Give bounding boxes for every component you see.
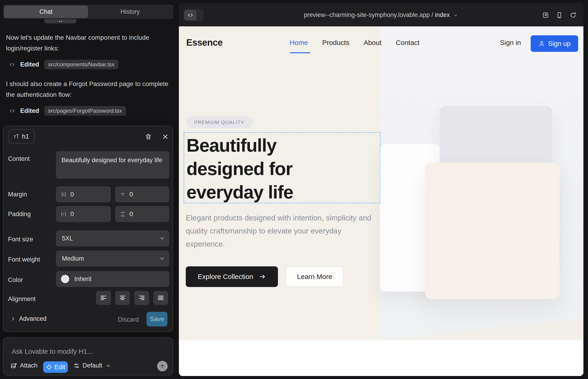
element-tag: h1 [22, 133, 29, 140]
file-badge[interactable]: src/components/Navbar.tsx [44, 60, 118, 69]
edited-file-row[interactable]: Edited src/components/Navbar.tsx [9, 59, 118, 70]
tab-chat[interactable]: Chat [4, 5, 88, 18]
alignment-label: Alignment [8, 296, 35, 303]
hero-badge: PREMIUM QUALITY [186, 116, 253, 128]
decor-card-cream [425, 163, 559, 299]
delete-element-button[interactable] [145, 133, 152, 141]
element-editor-panel: тT h1 Content Beautifully designed for e… [3, 126, 173, 332]
attach-button[interactable]: Attach [10, 362, 38, 369]
align-left-icon [100, 294, 107, 302]
typography-icon: тT [14, 134, 19, 140]
site-nav: Home Products About Contact [290, 39, 419, 47]
nav-contact[interactable]: Contact [396, 39, 419, 47]
explore-collection-button[interactable]: Explore Collection [186, 266, 278, 287]
padding-label: Padding [8, 211, 31, 218]
mobile-view-icon[interactable] [556, 12, 563, 19]
align-justify-icon [157, 294, 164, 302]
chat-history-tabs: Chat History [3, 5, 173, 19]
browser-toolbar: preview--charming-site-symphony.lovable.… [179, 3, 583, 26]
preview-browser-frame: preview--charming-site-symphony.lovable.… [179, 3, 583, 376]
content-label: Content [8, 155, 30, 162]
sign-up-button[interactable]: Sign up [531, 35, 578, 52]
align-left-button[interactable] [96, 291, 111, 305]
chevron-down-icon [159, 255, 165, 262]
nav-about[interactable]: About [363, 39, 381, 47]
nav-products[interactable]: Products [322, 39, 349, 47]
margin-vertical-icon [120, 191, 126, 198]
color-swatch[interactable] [61, 275, 69, 283]
selected-element-chip[interactable]: тT h1 [8, 129, 35, 144]
code-icon [9, 62, 15, 67]
sliders-icon [73, 363, 80, 369]
chevron-down-icon [453, 12, 458, 18]
nav-home[interactable]: Home [290, 39, 308, 47]
active-nav-underline [290, 52, 310, 53]
font-size-select[interactable]: 5XL [56, 230, 169, 246]
attach-image-icon [10, 362, 17, 369]
color-label: Color [8, 276, 23, 284]
site-viewport: Essence Home Products About Contact Sign… [179, 26, 583, 376]
align-center-button[interactable] [115, 291, 130, 305]
close-icon [162, 133, 169, 141]
learn-more-button[interactable]: Learn More [286, 266, 343, 287]
arrow-right-icon [259, 273, 266, 280]
hero-heading[interactable]: Beautifully designed for everyday life [186, 134, 293, 204]
url-separator: / [430, 12, 435, 18]
edited-label: Edited [20, 107, 39, 114]
margin-label: Margin [8, 191, 27, 198]
chat-input[interactable]: Ask Lovable to modify H1... [12, 348, 93, 355]
url-domain: preview--charming-site-symphony.lovable.… [304, 12, 430, 18]
sidebar: Chat History Now let's update the Navbar… [0, 0, 179, 379]
trash-icon [145, 133, 152, 141]
align-justify-button[interactable] [154, 291, 168, 305]
mode-select[interactable]: Default [73, 362, 111, 369]
align-center-icon [119, 294, 126, 302]
url-bar[interactable]: preview--charming-site-symphony.lovable.… [179, 12, 583, 19]
code-icon [9, 108, 15, 114]
padding-vertical-icon [120, 211, 126, 217]
edited-file-row[interactable]: Edited src/pages/ForgotPassword.tsx [9, 106, 126, 116]
edited-label: Edited [20, 61, 39, 68]
refresh-icon[interactable] [570, 12, 576, 19]
color-input[interactable]: Inherit [56, 271, 169, 287]
chevron-down-icon [159, 235, 165, 241]
chevron-down-icon [105, 363, 111, 369]
margin-horizontal-icon [61, 191, 67, 198]
align-right-icon [138, 294, 145, 302]
chat-input-box: Ask Lovable to modify H1... Attach Edit … [3, 337, 173, 376]
open-external-icon[interactable] [542, 12, 549, 19]
tab-history[interactable]: History [88, 5, 172, 18]
padding-x-input[interactable]: 0 [56, 206, 111, 222]
discard-button[interactable]: Discard [118, 316, 139, 323]
margin-y-input[interactable]: 0 [115, 186, 169, 202]
font-size-label: Font size [8, 236, 33, 243]
margin-x-input[interactable]: 0 [56, 186, 111, 202]
align-right-button[interactable] [134, 291, 149, 305]
url-page: index [435, 12, 450, 18]
advanced-toggle[interactable]: Advanced [10, 315, 46, 322]
assistant-message: I should also create a Forgot Password p… [6, 79, 169, 100]
padding-y-input[interactable]: 0 [115, 206, 169, 222]
browser-actions [542, 12, 576, 19]
assistant-message: Now let's update the Navbar component to… [6, 32, 169, 54]
save-button[interactable]: Save [147, 312, 167, 327]
send-button[interactable] [157, 361, 168, 371]
scrolled-chip [44, 19, 76, 23]
hero-paragraph: Elegant products designed with intention… [186, 211, 371, 251]
arrow-up-icon [159, 363, 165, 369]
font-weight-select[interactable]: Medium [56, 251, 169, 267]
sign-in-link[interactable]: Sign in [500, 39, 521, 47]
file-badge[interactable]: src/pages/ForgotPassword.tsx [44, 106, 126, 116]
edit-mode-button[interactable]: Edit [43, 361, 68, 373]
close-panel-button[interactable] [162, 133, 169, 141]
font-weight-label: Font weight [8, 256, 40, 263]
hero-section: Essence Home Products About Contact Sign… [179, 26, 583, 340]
site-logo[interactable]: Essence [186, 37, 223, 48]
content-textarea[interactable]: Beautifully designed for everyday life [56, 151, 169, 179]
chat-actions: Attach Edit Default [3, 361, 173, 374]
chevron-right-icon [10, 316, 16, 322]
person-icon [538, 40, 545, 47]
target-icon [46, 364, 52, 370]
padding-horizontal-icon [61, 211, 67, 217]
